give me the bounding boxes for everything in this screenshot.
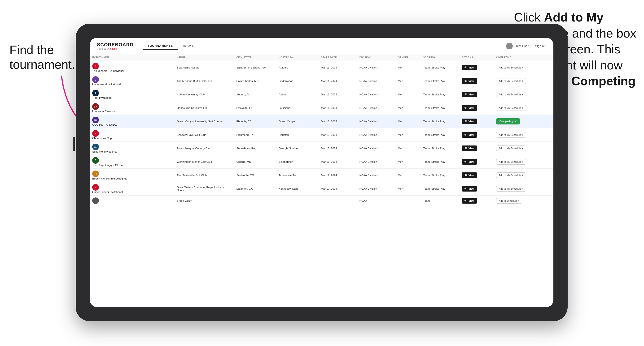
- view-button[interactable]: 👁View: [462, 65, 477, 70]
- event-name-text: GCU INVITATIONAL: [92, 123, 117, 126]
- event-name-cell: TTBobby Nichols Intercollegiate: [90, 169, 174, 182]
- event-name-text: Louisiana Classics: [92, 110, 115, 113]
- start-date-cell: Mar 11, 2024: [318, 61, 357, 74]
- team-logo: B: [92, 157, 99, 164]
- nav-separator: |: [532, 44, 532, 48]
- header-scoring: SCORING: [421, 54, 459, 61]
- add-to-schedule-button[interactable]: Add to My Schedule+: [496, 78, 526, 84]
- event-name-cell: LLindenwood Invitational: [90, 74, 174, 88]
- scoring-cell: Team, Stroke Play: [421, 155, 459, 169]
- hosted-by-cell: Binghamton: [276, 155, 318, 169]
- view-button[interactable]: 👁View: [462, 146, 477, 151]
- hosted-by-cell: Kennesaw State: [276, 182, 318, 195]
- table-row: RThe Johnnie - O IndividualSea Palms Res…: [90, 61, 554, 74]
- hosted-by-cell: Rutgers: [276, 61, 318, 74]
- view-label: View: [468, 66, 474, 69]
- eye-icon: 👁: [464, 93, 467, 96]
- eye-icon: 👁: [464, 160, 467, 164]
- hosted-by-cell: Georgia Southern: [276, 142, 318, 155]
- actions-cell: 👁View: [459, 195, 494, 206]
- add-to-schedule-button[interactable]: Add to My Schedule+: [496, 146, 526, 151]
- view-button[interactable]: 👁View: [462, 119, 477, 124]
- venue-cell: Worthington Manor Golf Club: [174, 155, 234, 169]
- scoring-cell: Team,: [421, 195, 459, 206]
- eye-icon: 👁: [464, 106, 467, 110]
- team-logo: H: [92, 130, 99, 137]
- actions-cell: 👁View: [459, 88, 494, 101]
- gender-cell: Men: [396, 115, 421, 128]
- user-name: Test User: [516, 44, 528, 48]
- division-cell: NCAA Division I: [357, 142, 396, 155]
- actions-cell: 👁View: [459, 74, 494, 88]
- add-to-schedule-button[interactable]: Add to Schedule+: [496, 198, 522, 204]
- event-name-cell: HChampions Cup: [90, 128, 174, 142]
- city-state-cell: Saint Charles, MO: [234, 74, 276, 88]
- add-to-schedule-button[interactable]: Add to My Schedule+: [496, 105, 526, 111]
- view-button[interactable]: 👁View: [462, 132, 477, 138]
- venue-cell: Great Waters Course At Reynolds Lake Oco…: [174, 182, 234, 195]
- division-cell: NCAA Division I: [357, 169, 396, 182]
- event-name-text: Schenkel Invitational: [92, 150, 117, 153]
- view-button[interactable]: 👁View: [462, 173, 477, 178]
- hosted-by-cell: [276, 195, 318, 206]
- add-to-schedule-button[interactable]: Add to My Schedule+: [496, 159, 526, 165]
- eye-icon: 👁: [464, 66, 467, 69]
- annotation-right-bold2: Competing: [572, 74, 636, 88]
- table-row: LLindenwood InvitationalThe Missouri Blu…: [90, 74, 554, 88]
- event-name-cell: GSSchenkel Invitational: [90, 142, 174, 155]
- gender-cell: Men: [396, 61, 421, 74]
- division-cell: NCAA Division I: [357, 128, 396, 142]
- gender-cell: Men: [396, 142, 421, 155]
- venue-cell: The Missouri Bluffs Golf Club: [174, 74, 234, 88]
- actions-cell: 👁View: [459, 101, 494, 115]
- view-label: View: [468, 199, 474, 202]
- add-to-schedule-button[interactable]: Add to My Schedule+: [496, 65, 526, 70]
- nav-right: Test User | Sign out: [506, 43, 546, 49]
- scoring-cell: Team, Stroke Play: [421, 61, 459, 74]
- add-to-schedule-button[interactable]: Add to My Schedule+: [496, 92, 526, 97]
- division-cell: NCAA Division I: [357, 74, 396, 88]
- gender-cell: Men: [396, 155, 421, 169]
- add-schedule-label: Add to My Schedule: [499, 160, 521, 163]
- add-to-schedule-button[interactable]: Add to My Schedule+: [496, 186, 526, 191]
- plus-icon: +: [522, 80, 524, 82]
- view-button[interactable]: 👁View: [462, 186, 477, 191]
- header-event-name: EVENT NAME: [90, 54, 174, 61]
- table-header: EVENT NAME VENUE CITY, STATE HOSTED BY S…: [90, 54, 554, 61]
- event-name-text: Bobby Nichols Intercollegiate: [92, 177, 127, 180]
- division-cell: NCAA Division I: [357, 101, 396, 115]
- add-schedule-label: Add to My Schedule: [499, 174, 521, 177]
- add-to-schedule-button[interactable]: Add to My Schedule+: [496, 132, 526, 138]
- scoring-cell: Team, Stroke Play: [421, 128, 459, 142]
- event-name-cell: GCUGCU INVITATIONAL: [90, 115, 174, 128]
- scoring-cell: Team, Stroke Play: [421, 115, 459, 128]
- view-button[interactable]: 👁View: [462, 159, 477, 165]
- city-state-cell: [234, 195, 276, 206]
- team-logo: L: [92, 76, 99, 83]
- city-state-cell: Phoenix, AZ: [234, 115, 276, 128]
- venue-cell: The Sevierville Golf Club: [174, 169, 234, 182]
- view-button[interactable]: 👁View: [462, 198, 477, 204]
- annotation-left-line1: Find the: [10, 43, 54, 57]
- actions-cell: 👁View: [459, 182, 494, 195]
- start-date-cell: Mar 12, 2024: [318, 115, 357, 128]
- scoring-cell: Team, Stroke Play: [421, 101, 459, 115]
- actions-cell: 👁View: [459, 61, 494, 74]
- table-row: KLinger Longer InvitationalGreat Waters …: [90, 182, 554, 195]
- tab-teams[interactable]: TEAMS: [178, 42, 198, 50]
- plus-icon: +: [522, 187, 524, 190]
- annotation-right-text1: Click: [514, 10, 544, 24]
- add-to-schedule-button[interactable]: Add to My Schedule+: [496, 173, 526, 178]
- tab-tournaments[interactable]: TOURNAMENTS: [143, 42, 178, 50]
- nav-bar: SCOREBOARD Powered by clippd TOURNAMENTS…: [90, 38, 554, 54]
- view-button[interactable]: 👁View: [462, 105, 477, 111]
- event-name-cell: TTiger Invitational: [90, 88, 174, 101]
- competing-cell: Add to My Schedule+: [494, 61, 554, 74]
- competing-button[interactable]: Competing✓: [496, 118, 520, 125]
- venue-cell: Forest Heights Country Club: [174, 142, 234, 155]
- view-button[interactable]: 👁View: [462, 92, 477, 97]
- sign-out-link[interactable]: Sign out: [535, 44, 546, 48]
- competing-cell: Add to Schedule+: [494, 195, 554, 206]
- view-button[interactable]: 👁View: [462, 78, 477, 84]
- gender-cell: [396, 195, 421, 206]
